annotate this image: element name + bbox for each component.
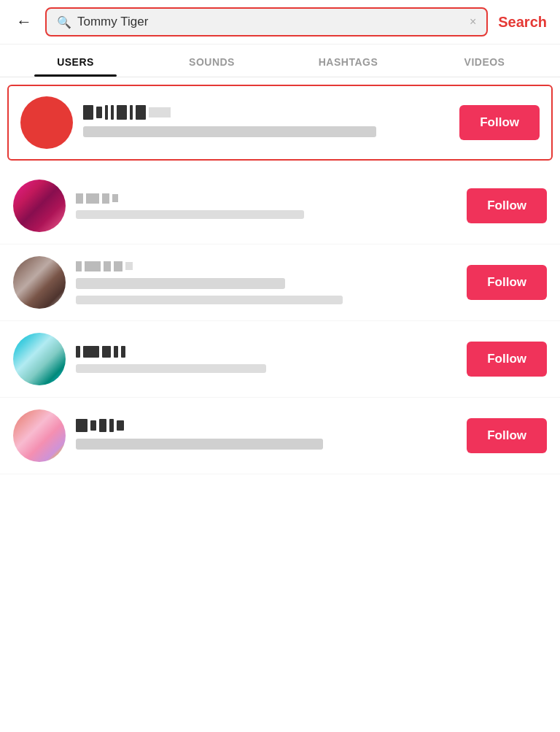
px (102, 193, 109, 204)
px (86, 193, 99, 204)
px (76, 419, 88, 432)
search-bar-container: 🔍 × (45, 7, 488, 36)
px (125, 262, 133, 270)
user-info-3 (76, 261, 456, 304)
px (104, 261, 111, 271)
px (83, 105, 93, 120)
user-sub-2 (76, 210, 304, 219)
follow-button-5[interactable]: Follow (467, 418, 547, 453)
follow-button-2[interactable]: Follow (467, 188, 547, 223)
px (149, 107, 171, 117)
px (136, 105, 146, 120)
user-item-3: Follow (0, 244, 560, 321)
user-item-4: Follow (0, 321, 560, 398)
clear-icon[interactable]: × (470, 15, 476, 28)
px (121, 346, 125, 358)
search-header: ← 🔍 × Search (0, 0, 560, 45)
follow-button-4[interactable]: Follow (467, 342, 547, 377)
user-item-5: Follow (0, 398, 560, 474)
username-pixels-1 (83, 105, 449, 120)
user-info-4 (76, 346, 456, 373)
px (117, 420, 124, 431)
px (111, 105, 114, 120)
px (130, 105, 133, 120)
avatar-3 (13, 256, 66, 309)
px (105, 105, 108, 120)
px (76, 346, 80, 358)
tab-bar: USERS SOUNDS HASHTAGS VIDEOS (0, 45, 560, 77)
px (85, 261, 101, 271)
tab-sounds[interactable]: SOUNDS (144, 45, 280, 77)
px (96, 107, 102, 118)
avatar-2 (13, 180, 66, 232)
px (112, 194, 118, 202)
follow-button-3[interactable]: Follow (467, 265, 547, 300)
px (99, 419, 106, 432)
username-pixels-4 (76, 346, 456, 358)
px (117, 105, 127, 120)
user-sub-4 (76, 364, 266, 373)
px (114, 261, 122, 271)
user-sub-3b (76, 296, 343, 304)
px (114, 346, 118, 358)
username-pixels-5 (76, 419, 456, 432)
user-sub-1 (83, 126, 376, 137)
search-button[interactable]: Search (495, 14, 550, 31)
avatar-4 (13, 333, 66, 385)
back-button[interactable]: ← (10, 9, 38, 34)
px (83, 346, 99, 358)
px (109, 419, 114, 432)
avatar-1 (20, 96, 73, 149)
follow-button-1[interactable]: Follow (459, 105, 540, 140)
search-icon: 🔍 (57, 15, 71, 29)
user-list: Follow Follow (0, 85, 560, 474)
avatar-5 (13, 409, 66, 462)
user-info-2 (76, 193, 456, 219)
username-pixels-2 (76, 193, 456, 204)
user-item-2: Follow (0, 168, 560, 244)
px (76, 193, 83, 204)
user-sub-5 (76, 439, 323, 450)
user-info-1 (83, 105, 449, 141)
search-input[interactable] (77, 15, 464, 29)
user-sub-3a (76, 278, 285, 289)
user-item-1: Follow (7, 85, 553, 161)
px (76, 261, 82, 271)
px (102, 346, 111, 358)
tab-users[interactable]: USERS (7, 45, 144, 77)
tab-videos[interactable]: VIDEOS (416, 45, 553, 77)
px (90, 420, 96, 431)
tab-hashtags[interactable]: HASHTAGS (280, 45, 416, 77)
username-pixels-3 (76, 261, 456, 271)
user-info-5 (76, 419, 456, 453)
